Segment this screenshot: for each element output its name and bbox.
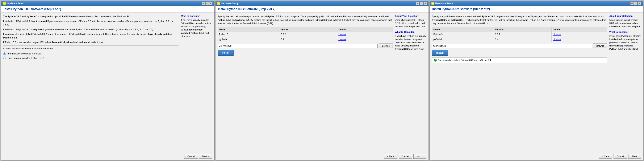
sidebar-about-title-3: About Your Selection [609,15,641,17]
radio-manual-label-1: I have already installed Python 3.8.2 [7,56,44,60]
window-header-3: Install Python 3.8.2 Software (Step 2 of… [430,6,643,12]
path-row-2: Browse [218,44,393,48]
title-bar-3: ⚙ Hardware Setup ─ □ ✕ [430,1,643,6]
browse-button-3[interactable]: Browse [593,44,607,48]
window-body-3: Specify the path below where you want to… [430,12,643,152]
restore-btn-3[interactable]: □ [634,2,638,5]
sidebar-consider-text-2: If you have Python 3.8 already installed… [395,34,426,51]
td-name-pyserial-3: pySerial [432,37,494,42]
td-name-python-2: Python 3 [218,32,279,37]
next-button-1[interactable]: Next > [199,154,212,159]
td-details-python-2: License [337,32,393,37]
window-body-2: Specify the path below where you want to… [216,12,429,152]
pkg-table-2: Name Version Details Python 3 3.8.2 Lice… [218,27,393,42]
pkg-table-3: Name Version Details Python 3 3.8.2 Lice… [432,27,607,42]
back-button-3[interactable]: < Back [599,154,612,159]
description-3: Specify the path below where you want to… [432,15,607,25]
sidebar-1: What to Consider If you have already ins… [181,15,212,150]
window-3: ⚙ Hardware Setup ─ □ ✕ Install Python 3.… [430,1,643,160]
sidebar-about-text-3: Upon clicking Install, Python 3.8.2 will… [609,18,641,28]
title-bar-2: ⚙ Hardware Setup ─ □ ✕ [216,1,429,6]
license-link-pyserial-3[interactable]: License [553,38,561,40]
next-button-2[interactable]: Next > [413,154,426,159]
minimize-btn-1[interactable]: ─ [202,2,205,5]
window-1: ⚙ Hardware Setup ─ □ ✕ Install Python 3.… [1,1,214,160]
td-version-pyserial-2: 3.4 [279,37,337,42]
path-input-3[interactable] [432,44,592,48]
sidebar-consider-title-3: What to Consider [609,31,641,33]
radio-group-1: Automatically download and install I hav… [3,52,178,60]
restore-btn-1[interactable]: □ [206,2,209,5]
para-1-1: The Python 3.8.2 and pySerial 3.4 is req… [3,15,178,18]
title-bar-left-2: ⚙ Hardware Setup [217,2,238,5]
title-bar-left-3: ⚙ Hardware Setup [432,2,453,5]
td-details-python-3: License [551,32,607,37]
path-input-2[interactable] [218,44,378,48]
td-version-python-3: 3.8.2 [494,32,552,37]
para-1-5: If Python 3.8 is not installed on your P… [3,40,178,44]
td-details-pyserial-3: License [551,37,607,42]
window-body-1: The Python 3.8.2 and pySerial 3.4 is req… [1,12,214,152]
sidebar-3: About Your Selection Upon clicking Insta… [609,15,641,150]
radio-label-1: Choose the installation status for third… [3,47,178,50]
hardware-setup-icon-2: ⚙ [217,2,220,5]
sidebar-about-title-2: About Your Selection [395,15,426,17]
next-button-3[interactable]: Next [628,154,641,159]
close-btn-2[interactable]: ✕ [424,2,427,5]
hardware-setup-icon-1: ⚙ [3,2,6,5]
minimize-btn-2[interactable]: ─ [416,2,419,5]
th-details-2: Details [337,27,393,32]
title-bar-text-1: Hardware Setup [6,2,24,4]
hardware-setup-icon-3: ⚙ [432,2,434,5]
restore-btn-2[interactable]: □ [420,2,423,5]
license-link-python-3[interactable]: License [553,33,561,36]
minimize-btn-3[interactable]: ─ [630,2,634,5]
sidebar-consider-text-3: If you have Python 3.8 already installed… [609,34,641,51]
td-version-pyserial-3: 3.4 [494,37,552,42]
para-1-3: Installation of Python 3.8.2 is required… [3,28,178,31]
install-button-2[interactable]: Install [218,50,234,56]
th-details-3: Details [551,27,607,32]
success-icon-3: ✓ [434,59,437,62]
para-1-4: If you have already installed Python 3.8… [3,32,178,39]
table-row-python-3: Python 3 3.8.2 License [432,32,607,37]
window-header-1: Install Python 3.8.2 Software (Step 1 of… [1,6,214,12]
title-bar-text-2: Hardware Setup [221,2,238,4]
radio-manual-input-1[interactable] [3,56,6,59]
title-bar-controls-3: ─ □ ✕ [630,2,641,5]
path-row-3: Browse [432,44,607,48]
window-header-2: Install Python 3.8.2 Software (Step 2 of… [216,6,429,12]
close-btn-1[interactable]: ✕ [209,2,212,5]
browse-button-2[interactable]: Browse [379,44,393,48]
para-1-2: Installation of Python 3.8.2 is not requ… [3,20,178,26]
main-content-1: The Python 3.8.2 and pySerial 3.4 is req… [3,15,178,150]
table-row-python-2: Python 3 3.8.2 License [218,32,393,37]
sidebar-text-1: If you have already installed Python 3.8… [181,18,212,38]
sidebar-about-text-2: Upon clicking Install, Python 3.8.2 will… [395,18,426,28]
title-bar-text-3: Hardware Setup [435,2,453,4]
td-details-pyserial-2: License [337,37,393,42]
radio-manual-1[interactable]: I have already installed Python 3.8.2 [3,56,178,60]
description-2: Specify the path below where you want to… [218,15,393,25]
cancel-button-3[interactable]: Cancel [614,154,627,159]
main-content-2: Specify the path below where you want to… [218,15,393,150]
window-footer-3: < Back Cancel Next [430,152,643,160]
title-bar-controls-1: ─ □ ✕ [202,2,212,5]
cancel-button-2[interactable]: Cancel [399,154,412,159]
table-row-pyserial-3: pySerial 3.4 License [432,37,607,42]
close-btn-3[interactable]: ✕ [638,2,641,5]
license-link-pyserial-2[interactable]: License [338,38,346,40]
td-version-python-2: 3.8.2 [279,32,337,37]
window-title-1: Install Python 3.8.2 Software (Step 1 of… [4,7,212,11]
back-button-2[interactable]: < Back [384,154,398,159]
license-link-python-2[interactable]: License [338,33,346,36]
sidebar-2: About Your Selection Upon clicking Insta… [395,15,426,150]
window-2: ⚙ Hardware Setup ─ □ ✕ Install Python 3.… [215,1,429,160]
title-bar-left-1: ⚙ Hardware Setup [3,2,24,5]
install-button-3[interactable]: Install [432,50,448,56]
radio-auto-input-1[interactable] [3,52,6,55]
th-version-2: Version [279,27,337,32]
cancel-button-1[interactable]: Cancel [184,154,198,159]
radio-auto-label-1: Automatically download and install [7,52,42,56]
radio-auto-1[interactable]: Automatically download and install [3,52,178,56]
